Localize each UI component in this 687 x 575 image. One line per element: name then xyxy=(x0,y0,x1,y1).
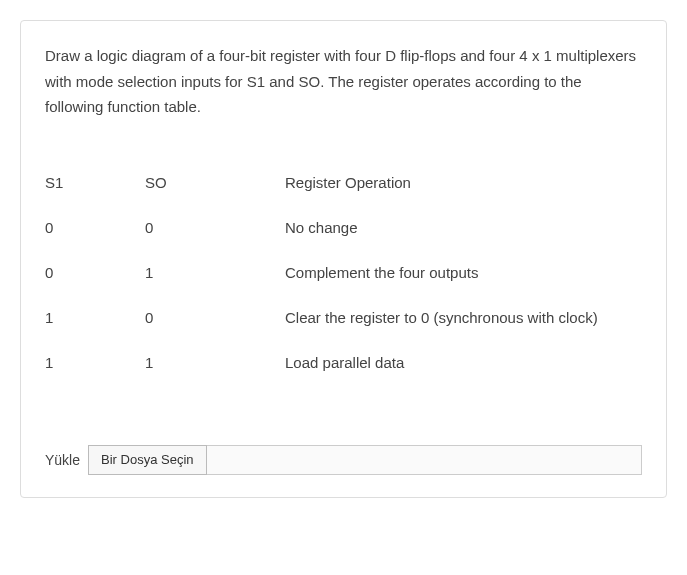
upload-label: Yükle xyxy=(45,452,80,468)
upload-row: Yükle Bir Dosya Seçin xyxy=(45,445,642,475)
table-row: 1 0 Clear the register to 0 (synchronous… xyxy=(45,295,642,340)
cell-s1: 1 xyxy=(45,340,145,385)
file-input-wrapper: Bir Dosya Seçin xyxy=(88,445,642,475)
cell-s0: 1 xyxy=(145,340,285,385)
cell-s1: 1 xyxy=(45,295,145,340)
table-row: 0 1 Complement the four outputs xyxy=(45,250,642,295)
cell-s0: 1 xyxy=(145,250,285,295)
table-row: 1 1 Load parallel data xyxy=(45,340,642,385)
question-container: Draw a logic diagram of a four-bit regis… xyxy=(20,20,667,498)
cell-s0: 0 xyxy=(145,205,285,250)
file-select-button[interactable]: Bir Dosya Seçin xyxy=(88,445,206,475)
cell-s0: 0 xyxy=(145,295,285,340)
table-header-row: S1 SO Register Operation xyxy=(45,160,642,205)
file-name-display[interactable] xyxy=(207,445,642,475)
cell-operation: No change xyxy=(285,205,642,250)
cell-s1: 0 xyxy=(45,205,145,250)
question-text: Draw a logic diagram of a four-bit regis… xyxy=(45,43,642,120)
cell-s1: 0 xyxy=(45,250,145,295)
header-s1: S1 xyxy=(45,160,145,205)
table-row: 0 0 No change xyxy=(45,205,642,250)
cell-operation: Complement the four outputs xyxy=(285,250,642,295)
cell-operation: Clear the register to 0 (synchronous wit… xyxy=(285,295,642,340)
header-s0: SO xyxy=(145,160,285,205)
header-operation: Register Operation xyxy=(285,160,642,205)
cell-operation: Load parallel data xyxy=(285,340,642,385)
function-table: S1 SO Register Operation 0 0 No change 0… xyxy=(45,160,642,385)
